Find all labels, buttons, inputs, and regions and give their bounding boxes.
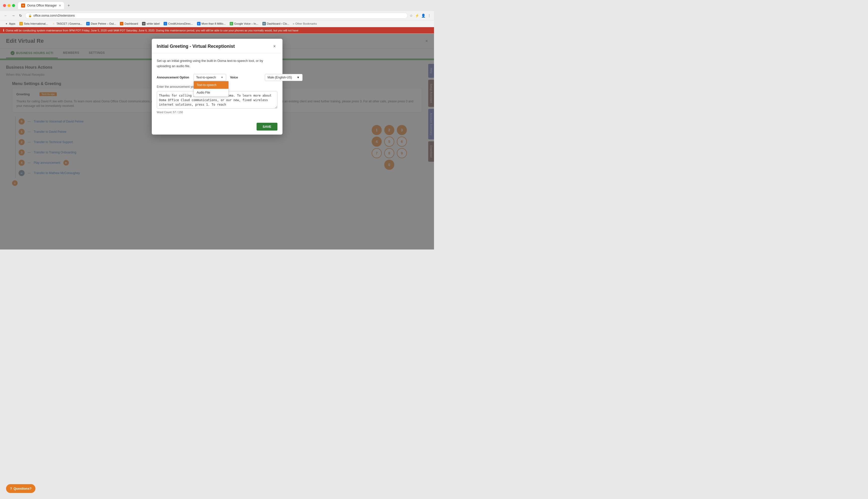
forward-button[interactable]: → bbox=[11, 13, 16, 19]
alert-text: Ooma will be conducting system maintenan… bbox=[6, 29, 299, 32]
browser-toolbar: ← → ↻ 🔒 office.ooma.com/v2/extensions ☆ … bbox=[0, 11, 434, 20]
address-bar[interactable]: 🔒 office.ooma.com/v2/extensions bbox=[25, 13, 407, 19]
url-text: office.ooma.com/v2/extensions bbox=[34, 14, 75, 17]
menu-icon[interactable]: ⋮ bbox=[427, 14, 431, 17]
bookmark-tascet[interactable]: ⚠ TASCET | Governa... bbox=[50, 21, 84, 26]
save-button[interactable]: SAVE bbox=[256, 123, 277, 131]
dropdown-option-audio[interactable]: Audio File bbox=[194, 89, 228, 96]
bookmark-cu-label: CreditUnionsDirec... bbox=[168, 22, 193, 25]
traffic-lights bbox=[3, 4, 15, 7]
bookmark-seta-label: Seta International... bbox=[24, 22, 48, 25]
minimize-traffic-light[interactable] bbox=[8, 4, 11, 7]
initial-greeting-modal: Initial Greeting - Virtual Receptionist … bbox=[152, 39, 282, 135]
bookmark-apps[interactable]: ★ Apps bbox=[3, 21, 17, 26]
bookmark-apps-label: Apps bbox=[9, 22, 15, 25]
bookmark-dave[interactable]: D Dave Petree – Out... bbox=[85, 21, 117, 26]
seta-favicon: S bbox=[20, 22, 23, 25]
profile-icon[interactable]: 👤 bbox=[421, 14, 426, 17]
announcement-option-label: Announcement Option bbox=[157, 76, 189, 79]
bookmark-creditunions[interactable]: C CreditUnionsDirec... bbox=[162, 21, 194, 26]
reload-button[interactable]: ↻ bbox=[18, 13, 23, 19]
more-bookmarks-icon[interactable]: » bbox=[293, 22, 294, 25]
maximize-traffic-light[interactable] bbox=[12, 4, 15, 7]
apps-favicon: ★ bbox=[4, 22, 8, 25]
modal-title: Initial Greeting - Virtual Receptionist bbox=[157, 44, 235, 49]
voice-caret-icon: ▼ bbox=[297, 76, 300, 79]
bookmarks-bar: ★ Apps S Seta International... ⚠ TASCET … bbox=[0, 20, 434, 27]
tab-title: Ooma Office Manager bbox=[27, 4, 57, 7]
other-bookmarks-label[interactable]: Other Bookmarks bbox=[295, 22, 317, 25]
bookmark-dashboard-label: Dashboard bbox=[124, 22, 138, 25]
browser-chrome: O Ooma Office Manager ✕ + ← → ↻ 🔒 office… bbox=[0, 0, 434, 34]
dave-favicon: D bbox=[86, 22, 90, 25]
bookmark-seta[interactable]: S Seta International... bbox=[18, 21, 49, 26]
wl-favicon: W bbox=[142, 22, 146, 25]
bookmark-tascet-label: TASCET | Governa... bbox=[56, 22, 82, 25]
announcement-option-row: Announcement Option Text-to-speech ▼ Tex… bbox=[157, 74, 277, 81]
announcement-dropdown-value: Text-to-speech bbox=[196, 76, 216, 79]
tab-close-btn[interactable]: ✕ bbox=[59, 4, 61, 7]
bookmark-gv-label: Google Voice – In... bbox=[234, 22, 258, 25]
voice-dropdown[interactable]: Male (English-US) ▼ bbox=[265, 74, 303, 81]
bookmark-gvoice[interactable]: G Google Voice – In... bbox=[228, 21, 260, 26]
modal-close-button[interactable]: × bbox=[272, 43, 277, 50]
page-content: Edit Virtual Re × ✓ BUSINESS HOURS ACTI … bbox=[0, 34, 434, 250]
voice-select-group: Voice Male (English-US) ▼ bbox=[230, 74, 303, 81]
toolbar-actions: ☆ ⚡ 👤 ⋮ bbox=[410, 14, 431, 17]
voice-label: Voice bbox=[230, 76, 263, 79]
close-traffic-light[interactable] bbox=[3, 4, 6, 7]
modal-description: Set up an initial greeting using the bui… bbox=[157, 58, 277, 69]
dashboard-favicon: O bbox=[120, 22, 123, 25]
modal-overlay: Initial Greeting - Virtual Receptionist … bbox=[0, 34, 434, 250]
lock-icon: 🔒 bbox=[28, 14, 32, 17]
more-favicon: B bbox=[197, 22, 201, 25]
bookmark-dash2[interactable]: W Dashboard ‹ Clo... bbox=[261, 21, 291, 26]
browser-titlebar: O Ooma Office Manager ✕ + bbox=[0, 0, 434, 11]
announcement-dropdown-menu: Text-to-speech Audio File bbox=[193, 81, 229, 97]
modal-header: Initial Greeting - Virtual Receptionist … bbox=[152, 39, 282, 53]
voice-dropdown-value: Male (English-US) bbox=[268, 76, 292, 79]
announcement-dropdown[interactable]: Text-to-speech ▼ bbox=[193, 74, 226, 81]
browser-tab[interactable]: O Ooma Office Manager ✕ bbox=[18, 2, 64, 9]
cu-favicon: C bbox=[164, 22, 167, 25]
modal-footer: SAVE bbox=[152, 119, 282, 135]
announcement-dropdown-wrapper: Text-to-speech ▼ Text-to-speech Audio Fi… bbox=[193, 74, 226, 81]
new-tab-button[interactable]: + bbox=[66, 3, 71, 8]
bookmark-dashboard[interactable]: O Dashboard bbox=[118, 21, 139, 26]
tascet-favicon: ⚠ bbox=[52, 22, 55, 25]
bookmark-d2-label: Dashboard ‹ Clo... bbox=[267, 22, 289, 25]
bookmark-more-label: More than 8 Millio... bbox=[202, 22, 226, 25]
tab-favicon: O bbox=[21, 3, 25, 8]
bookmark-star-icon[interactable]: ☆ bbox=[410, 14, 413, 17]
bookmark-whitelabel[interactable]: W white label bbox=[140, 21, 161, 26]
d2-favicon: W bbox=[262, 22, 266, 25]
extensions-icon[interactable]: ⚡ bbox=[415, 14, 419, 17]
bookmark-more[interactable]: B More than 8 Millio... bbox=[196, 21, 227, 26]
dropdown-option-tts[interactable]: Text-to-speech bbox=[194, 81, 228, 89]
bookmark-dave-label: Dave Petree – Out... bbox=[91, 22, 116, 25]
system-alert-bar: ℹ Ooma will be conducting system mainten… bbox=[0, 27, 434, 34]
modal-body: Set up an initial greeting using the bui… bbox=[152, 53, 282, 119]
bookmark-wl-label: white label bbox=[147, 22, 160, 25]
word-count-text: Word Count: 57 / 150 bbox=[157, 111, 277, 114]
back-button[interactable]: ← bbox=[3, 13, 9, 19]
alert-icon: ℹ bbox=[3, 28, 4, 32]
gv-favicon: G bbox=[230, 22, 233, 25]
dropdown-caret-icon: ▼ bbox=[221, 76, 223, 79]
